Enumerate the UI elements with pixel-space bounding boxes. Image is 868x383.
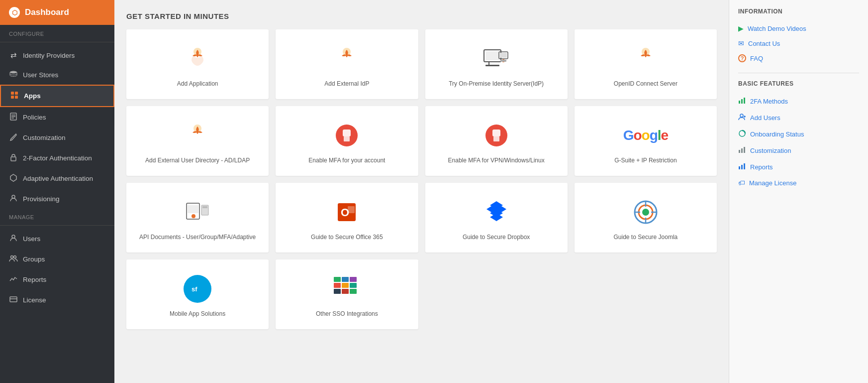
sidebar-item-policies[interactable]: Policies (0, 107, 114, 128)
svg-point-13 (11, 256, 13, 258)
svg-rect-31 (344, 136, 350, 141)
svg-rect-34 (493, 136, 499, 141)
customization-link-label: Customization (750, 147, 791, 154)
svg-rect-77 (741, 165, 743, 169)
customization-link[interactable]: Customization (738, 142, 859, 159)
manage-divider (0, 225, 114, 226)
sidebar-item-adaptive-auth[interactable]: Adaptive Authentication (0, 168, 114, 189)
svg-rect-58 (342, 277, 349, 282)
svg-rect-74 (741, 148, 743, 153)
svg-rect-66 (739, 101, 740, 104)
svg-rect-78 (744, 163, 745, 169)
sidebar-item-identity-providers[interactable]: ⇄ Identity Providers (0, 45, 114, 65)
card-add-external-user-dir[interactable]: Add External User Directory - AD/LDAP (126, 106, 269, 176)
svg-rect-15 (10, 297, 17, 302)
dashboard-icon: ⬡ (9, 7, 20, 18)
sidebar-item-apps[interactable]: Apps Manage Apps Manage App Groups (0, 85, 114, 107)
sidebar-item-provisioning[interactable]: Provisioning (0, 189, 114, 209)
sidebar-item-groups[interactable]: Groups (0, 249, 114, 269)
svg-rect-42 (348, 206, 355, 213)
right-divider-1 (738, 73, 859, 73)
sidebar-item-reports[interactable]: Reports (0, 269, 114, 290)
sidebar-item-label: License (23, 296, 46, 304)
sidebar-item-customization[interactable]: Customization (0, 128, 114, 148)
faq-link[interactable]: ? FAQ (738, 51, 859, 66)
card-enable-mfa-account-icon (331, 120, 363, 151)
svg-point-37 (192, 214, 195, 218)
card-secure-office365-label: Guide to Secure Office 365 (311, 233, 383, 242)
sidebar-item-label: Groups (23, 255, 45, 263)
manage-section-label: Manage (0, 209, 114, 222)
add-users-link[interactable]: Add Users (738, 110, 859, 126)
user-stores-icon (9, 71, 18, 79)
sidebar-item-license[interactable]: License (0, 290, 114, 310)
onboarding-status-link[interactable]: Onboarding Status (738, 126, 859, 142)
add-users-icon (738, 113, 746, 123)
onboarding-status-icon (738, 129, 746, 139)
card-secure-dropbox[interactable]: Guide to Secure Dropbox (425, 183, 568, 253)
svg-point-0 (10, 71, 17, 74)
configure-divider (0, 42, 114, 42)
card-openid-connect[interactable]: OpenID Connect Server (575, 29, 717, 99)
reports-link-label: Reports (750, 163, 773, 171)
svg-point-55 (188, 279, 207, 299)
cards-row-1: Add Application Add External IdP (126, 29, 717, 99)
card-mobile-app-label: Mobile App Solutions (170, 310, 225, 318)
sidebar-item-users[interactable]: Users (0, 229, 114, 249)
sidebar-item-label: Policies (23, 114, 46, 121)
card-openid-connect-label: OpenID Connect Server (614, 80, 677, 88)
card-secure-office365[interactable]: O Guide to Secure Office 365 (276, 183, 418, 253)
add-users-label: Add Users (750, 114, 780, 122)
customization-link-icon (738, 146, 746, 155)
information-title: INFORMATION (738, 8, 859, 15)
reports-link[interactable]: Reports (738, 159, 859, 175)
sidebar-item-2fa[interactable]: 2-Factor Authentication (0, 148, 114, 168)
sidebar-item-label: Identity Providers (23, 52, 75, 59)
sidebar-item-label: Adaptive Authentication (23, 175, 93, 182)
card-add-external-idp-icon (331, 43, 363, 75)
card-enable-mfa-vpn-icon (481, 120, 512, 151)
provisioning-icon (9, 194, 18, 204)
sidebar-item-label: 2-Factor Authentication (23, 154, 92, 162)
svg-rect-3 (11, 96, 14, 99)
manage-license-link[interactable]: 🏷 Manage License (738, 175, 859, 190)
card-secure-office365-icon: O (331, 196, 363, 228)
svg-point-11 (12, 195, 15, 198)
svg-point-69 (740, 114, 743, 117)
cards-row-2: Add External User Directory - AD/LDAP En… (126, 106, 717, 176)
svg-rect-64 (342, 289, 349, 294)
card-secure-joomla[interactable]: Guide to Secure Joomla (575, 183, 717, 253)
sidebar-header: ⬡ Dashboard (0, 0, 114, 25)
svg-rect-75 (744, 147, 745, 153)
sidebar-app-title: Dashboard (25, 7, 69, 17)
svg-rect-22 (500, 53, 507, 58)
card-add-external-idp[interactable]: Add External IdP (276, 29, 418, 99)
svg-rect-68 (744, 98, 745, 104)
identity-providers-icon: ⇄ (9, 51, 18, 60)
card-api-documents[interactable]: API Documents - User/Group/MFA/Adaptive (126, 183, 269, 253)
manage-license-label: Manage License (749, 179, 796, 187)
card-enable-mfa-vpn[interactable]: Enable MFA for VPN/Windows/Linux (425, 106, 568, 176)
card-gsuite-icon: Google (630, 120, 662, 151)
2fa-methods-link[interactable]: 2FA Methods (738, 93, 859, 110)
card-try-on-premise[interactable]: Try On-Premise Identity Server(IdP) (425, 29, 568, 99)
svg-rect-63 (334, 289, 341, 294)
card-gsuite[interactable]: Google G-Suite + IP Restriction (575, 106, 717, 176)
svg-rect-65 (350, 289, 357, 294)
watch-demo-link[interactable]: ▶ Watch Demo Videos (738, 21, 859, 36)
card-other-sso[interactable]: Other SSO Integrations (276, 259, 418, 329)
card-secure-dropbox-icon (481, 196, 512, 228)
sidebar-item-label: Provisioning (23, 195, 60, 203)
basic-features-title: BASIC FEATURES (738, 80, 859, 87)
2fa-methods-label: 2FA Methods (750, 98, 788, 105)
contact-us-link[interactable]: ✉ Contact Us (738, 36, 859, 51)
card-add-application-label: Add Application (177, 80, 218, 88)
faq-label: FAQ (750, 55, 763, 62)
adaptive-auth-icon (9, 174, 18, 183)
svg-rect-20 (485, 51, 499, 60)
card-mobile-app[interactable]: sf Mobile App Solutions (126, 259, 269, 329)
card-add-application[interactable]: Add Application (126, 29, 269, 99)
card-enable-mfa-account[interactable]: Enable MFA for your account (276, 106, 418, 176)
card-other-sso-label: Other SSO Integrations (316, 310, 378, 318)
sidebar-item-user-stores[interactable]: User Stores (0, 65, 114, 85)
